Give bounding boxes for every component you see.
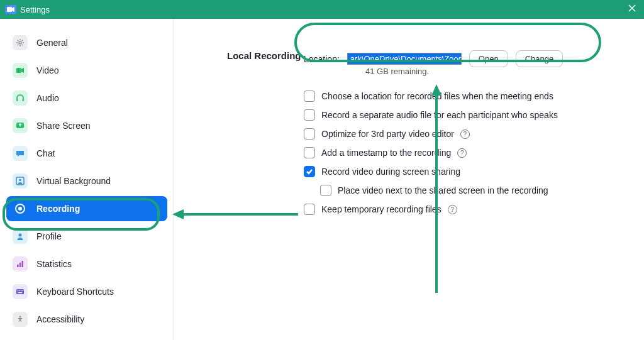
- option-label: Place video next to the shared screen in…: [338, 185, 548, 195]
- svg-rect-4: [23, 99, 24, 101]
- checkbox[interactable]: [304, 166, 315, 177]
- svg-point-7: [19, 179, 21, 182]
- svg-point-14: [19, 290, 19, 291]
- help-icon[interactable]: ?: [457, 148, 467, 158]
- sidebar-item-audio[interactable]: Audio: [6, 85, 167, 111]
- sidebar-item-profile[interactable]: Profile: [6, 224, 167, 249]
- checkbox[interactable]: [320, 185, 331, 196]
- close-button[interactable]: [628, 4, 636, 15]
- option-place-video-next: Place video next to the shared screen in…: [320, 185, 558, 196]
- sidebar-item-label: Recording: [36, 204, 80, 214]
- option-choose-location: Choose a location for recorded files whe…: [304, 90, 558, 102]
- svg-rect-10: [19, 263, 21, 267]
- headphones-icon: [13, 90, 28, 106]
- video-icon: [13, 63, 28, 78]
- gear-icon: [13, 35, 28, 50]
- sidebar-item-label: Chat: [36, 148, 55, 158]
- virtual-background-icon: [13, 173, 28, 189]
- sidebar-item-label: Virtual Background: [36, 176, 111, 186]
- sidebar-item-video[interactable]: Video: [6, 58, 167, 83]
- keyboard-icon: [13, 284, 28, 299]
- sidebar-item-label: Keyboard Shortcuts: [36, 287, 114, 297]
- share-screen-icon: [13, 118, 28, 133]
- svg-rect-2: [16, 68, 21, 73]
- sidebar: General Video Audio Share Screen Chat: [0, 19, 174, 340]
- location-row: Location: ark\OneDrive\Documents\Zoom Op…: [304, 50, 563, 67]
- sidebar-item-label: Statistics: [36, 259, 72, 269]
- checkbox[interactable]: [304, 109, 315, 121]
- svg-rect-0: [7, 7, 12, 12]
- sidebar-item-recording[interactable]: Recording: [6, 196, 167, 221]
- checkbox[interactable]: [304, 147, 315, 158]
- sidebar-item-virtual-background[interactable]: Virtual Background: [6, 168, 167, 194]
- svg-point-18: [19, 316, 21, 318]
- statistics-icon: [13, 256, 28, 271]
- accessibility-icon: [13, 312, 28, 327]
- svg-point-1: [19, 41, 21, 44]
- svg-point-13: [18, 290, 18, 291]
- sidebar-item-statistics[interactable]: Statistics: [6, 251, 167, 277]
- title-bar: Settings: [0, 0, 644, 19]
- sidebar-item-keyboard-shortcuts[interactable]: Keyboard Shortcuts: [6, 279, 167, 304]
- checkbox[interactable]: [304, 90, 315, 102]
- option-optimize-editor: Optimize for 3rd party video editor ?: [304, 128, 558, 140]
- window-title: Settings: [20, 5, 50, 14]
- section-title: Local Recording: [227, 50, 301, 61]
- location-label: Location:: [304, 54, 340, 64]
- sidebar-item-accessibility[interactable]: Accessibility: [6, 307, 167, 332]
- svg-rect-9: [17, 265, 19, 267]
- sidebar-item-label: Share Screen: [36, 121, 91, 131]
- options-list: Choose a location for recorded files whe…: [304, 90, 558, 215]
- sidebar-item-label: Accessibility: [36, 314, 84, 324]
- sidebar-item-label: Audio: [36, 93, 59, 103]
- option-record-video-sharing: Record video during screen sharing: [304, 166, 558, 177]
- sidebar-item-share-screen[interactable]: Share Screen: [6, 113, 167, 138]
- option-label: Record video during screen sharing: [321, 167, 460, 177]
- option-label: Optimize for 3rd party video editor: [321, 129, 454, 139]
- sidebar-item-chat[interactable]: Chat: [6, 141, 167, 166]
- storage-remaining: 41 GB remaining.: [365, 67, 429, 76]
- recording-icon: [13, 201, 28, 216]
- option-label: Record a separate audio file for each pa…: [321, 110, 558, 120]
- profile-icon: [13, 229, 28, 244]
- sidebar-item-general[interactable]: General: [6, 30, 167, 55]
- option-timestamp: Add a timestamp to the recording ?: [304, 147, 558, 158]
- option-label: Keep temporary recording files: [321, 204, 441, 214]
- sidebar-item-label: Profile: [36, 231, 62, 241]
- option-label: Choose a location for recorded files whe…: [321, 91, 553, 101]
- svg-point-15: [21, 290, 21, 291]
- option-label: Add a timestamp to the recording: [321, 148, 451, 158]
- svg-point-8: [19, 234, 22, 237]
- sidebar-item-label: Video: [36, 65, 59, 75]
- chat-icon: [13, 146, 28, 161]
- content-panel: Local Recording Location: ark\OneDrive\D…: [174, 19, 644, 340]
- sidebar-item-label: General: [36, 38, 68, 48]
- change-button[interactable]: Change: [516, 50, 564, 67]
- checkbox[interactable]: [304, 204, 315, 215]
- svg-rect-17: [18, 292, 22, 293]
- open-button[interactable]: Open: [469, 50, 508, 67]
- svg-rect-11: [22, 261, 24, 267]
- svg-rect-12: [16, 289, 24, 294]
- option-separate-audio: Record a separate audio file for each pa…: [304, 109, 558, 121]
- help-icon[interactable]: ?: [448, 205, 457, 214]
- checkbox[interactable]: [304, 128, 315, 140]
- app-badge-icon: [5, 5, 16, 14]
- svg-point-16: [22, 290, 23, 291]
- help-icon[interactable]: ?: [460, 129, 470, 139]
- option-keep-temp-files: Keep temporary recording files ?: [304, 204, 558, 215]
- svg-rect-3: [16, 99, 18, 101]
- location-path[interactable]: ark\OneDrive\Documents\Zoom: [347, 53, 462, 65]
